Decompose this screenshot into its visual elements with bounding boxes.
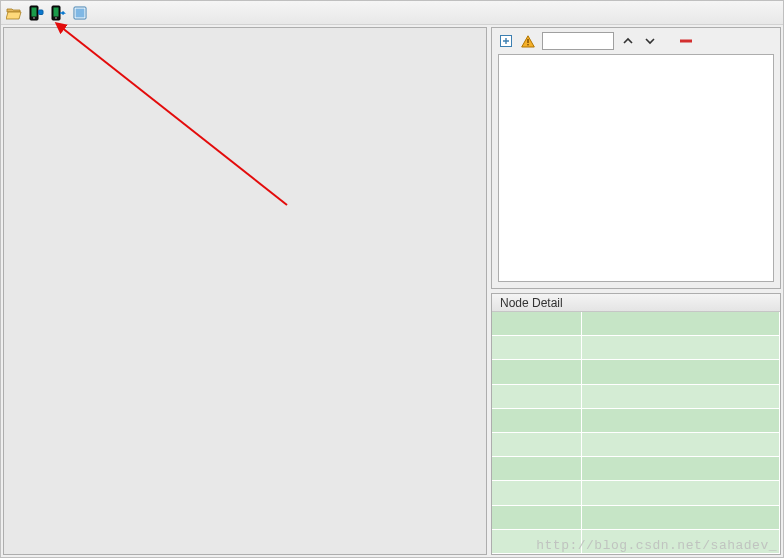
device-icon (28, 5, 44, 21)
detail-row (492, 385, 780, 409)
svg-rect-12 (680, 40, 692, 43)
svg-rect-5 (54, 7, 59, 16)
folder-open-icon (6, 6, 22, 20)
warning-icon (521, 35, 535, 48)
screenshot-viewer[interactable] (3, 27, 487, 555)
detail-row (492, 481, 780, 505)
detail-key (492, 530, 582, 554)
detail-value (582, 360, 780, 384)
screenshot-icon (72, 5, 88, 21)
detail-value (582, 409, 780, 433)
node-detail-panel: Node Detail (491, 293, 781, 555)
detail-value (582, 385, 780, 409)
clear-search-button[interactable] (678, 33, 694, 49)
app-window: Node Detail http://blog.csdn.net/sahadev… (0, 0, 784, 558)
plus-box-icon (500, 35, 512, 47)
svg-point-6 (55, 17, 57, 19)
capture-screenshot-button[interactable] (71, 4, 89, 22)
main-toolbar (1, 1, 783, 25)
minus-icon (679, 38, 693, 44)
detail-key (492, 506, 582, 530)
detail-row (492, 409, 780, 433)
detail-key (492, 481, 582, 505)
svg-rect-8 (76, 8, 85, 17)
detail-value (582, 457, 780, 481)
detail-row (492, 506, 780, 530)
detail-value (582, 312, 780, 336)
node-detail-table (492, 312, 780, 554)
svg-point-2 (33, 17, 35, 19)
detail-value (582, 530, 780, 554)
detail-value (582, 433, 780, 457)
chevron-up-icon (622, 35, 634, 47)
detail-row (492, 433, 780, 457)
detail-row (492, 530, 780, 554)
device-1-button[interactable] (27, 4, 45, 22)
detail-key (492, 336, 582, 360)
right-column: Node Detail (491, 27, 781, 555)
svg-rect-3 (39, 10, 44, 15)
detail-row (492, 312, 780, 336)
main-area: Node Detail (1, 25, 783, 557)
device-arrow-icon (50, 5, 66, 21)
svg-rect-11 (527, 44, 528, 45)
detail-key (492, 360, 582, 384)
detail-value (582, 481, 780, 505)
device-2-button[interactable] (49, 4, 67, 22)
expand-all-button[interactable] (498, 33, 514, 49)
detail-key (492, 409, 582, 433)
detail-value (582, 506, 780, 530)
svg-rect-10 (527, 39, 528, 43)
search-prev-button[interactable] (620, 33, 636, 49)
hierarchy-panel (491, 27, 781, 289)
toggle-naff-button[interactable] (520, 33, 536, 49)
search-next-button[interactable] (642, 33, 658, 49)
detail-key (492, 433, 582, 457)
hierarchy-search-input[interactable] (542, 32, 614, 50)
detail-value (582, 336, 780, 360)
chevron-down-icon (644, 35, 656, 47)
svg-rect-1 (32, 7, 37, 16)
detail-key (492, 457, 582, 481)
node-detail-header: Node Detail (492, 294, 780, 312)
detail-row (492, 457, 780, 481)
detail-row (492, 336, 780, 360)
detail-row (492, 360, 780, 384)
detail-key (492, 385, 582, 409)
open-file-button[interactable] (5, 4, 23, 22)
hierarchy-tree[interactable] (498, 54, 774, 282)
hierarchy-toolbar (492, 28, 780, 54)
detail-key (492, 312, 582, 336)
